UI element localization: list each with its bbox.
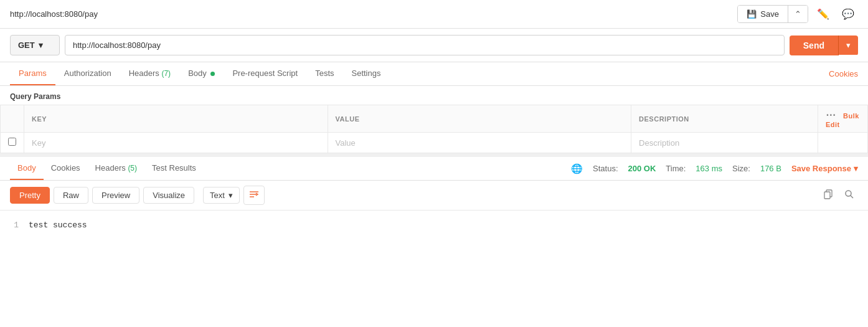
format-select[interactable]: Text ▾ [203, 187, 240, 204]
view-pretty-button[interactable]: Pretty [10, 187, 50, 204]
response-tab-body[interactable]: Body [10, 157, 44, 180]
params-table: KEY VALUE DESCRIPTION ⋯ Bulk Edit Key Va… [0, 105, 868, 153]
th-value: VALUE [328, 105, 631, 133]
top-bar-url: http://localhost:8080/pay [10, 9, 98, 19]
save-response-chevron-icon: ▾ [854, 164, 858, 173]
query-params-header: Query Params [0, 86, 868, 105]
actions-cell [818, 133, 868, 153]
top-bar-actions: 💾 Save ⌃ ✏️ 💬 [737, 5, 858, 23]
response-tab-test-results[interactable]: Test Results [144, 157, 204, 180]
th-checkbox [1, 105, 24, 133]
view-visualize-button[interactable]: Visualize [143, 187, 194, 204]
format-label: Text [210, 191, 225, 200]
status-value: 200 OK [628, 164, 656, 173]
line-numbers: 1 [0, 220, 19, 230]
tab-authorization[interactable]: Authorization [55, 62, 120, 85]
url-input[interactable] [65, 35, 785, 55]
top-bar: http://localhost:8080/pay 💾 Save ⌃ ✏️ 💬 [0, 0, 868, 29]
method-label: GET [18, 40, 35, 50]
save-label: Save [760, 9, 779, 19]
row-checkbox-cell [1, 133, 24, 153]
response-tabs-bar: Body Cookies Headers (5) Test Results 🌐 … [0, 157, 868, 181]
description-placeholder: Description [639, 138, 679, 148]
send-button[interactable]: Send [790, 36, 839, 55]
row-checkbox[interactable] [8, 138, 16, 146]
time-value: 163 ms [696, 164, 722, 173]
params-row-placeholder: Key Value Description [1, 133, 868, 153]
th-description: DESCRIPTION [631, 105, 818, 133]
key-placeholder: Key [32, 138, 45, 148]
size-value: 176 B [760, 164, 781, 173]
headers-badge: (7) [161, 69, 171, 78]
th-key: KEY [24, 105, 328, 133]
tab-pre-request[interactable]: Pre-request Script [224, 62, 306, 85]
save-response-button[interactable]: Save Response ▾ [791, 164, 858, 173]
body-dot-indicator [210, 72, 215, 76]
copy-button[interactable] [819, 187, 837, 204]
format-chevron-icon: ▾ [229, 191, 233, 200]
tab-body[interactable]: Body [179, 62, 224, 85]
th-actions: ⋯ Bulk Edit [818, 105, 868, 133]
response-headers-badge: (5) [128, 164, 137, 173]
method-select[interactable]: GET ▾ [10, 35, 60, 55]
value-placeholder: Value [336, 138, 356, 148]
status-label: Status: [593, 164, 618, 173]
send-dropdown-button[interactable]: ▾ [839, 36, 858, 55]
time-label: Time: [666, 164, 686, 173]
svg-line-6 [851, 196, 853, 198]
size-label: Size: [732, 164, 750, 173]
save-button-group: 💾 Save ⌃ [737, 5, 808, 23]
send-button-group: Send ▾ [790, 36, 858, 55]
save-dropdown-button[interactable]: ⌃ [788, 6, 808, 22]
response-area: Body Cookies Headers (5) Test Results 🌐 … [0, 153, 868, 240]
response-tab-cookies[interactable]: Cookies [44, 157, 88, 180]
svg-rect-4 [824, 192, 830, 199]
request-tabs-bar: Params Authorization Headers (7) Body Pr… [0, 62, 868, 86]
description-cell[interactable]: Description [631, 133, 818, 153]
view-raw-button[interactable]: Raw [54, 187, 88, 204]
code-output: 1 test success [0, 211, 868, 240]
tab-params[interactable]: Params [10, 62, 55, 85]
code-content: test success [29, 220, 87, 230]
line-number-1: 1 [14, 220, 19, 230]
edit-icon-button[interactable]: ✏️ [813, 6, 833, 22]
method-chevron-icon: ▾ [39, 40, 43, 50]
tab-tests[interactable]: Tests [306, 62, 342, 85]
save-response-label: Save Response [791, 164, 851, 173]
save-icon: 💾 [747, 9, 757, 19]
value-cell[interactable]: Value [328, 133, 631, 153]
response-meta: 🌐 Status: 200 OK Time: 163 ms Size: 176 … [571, 163, 858, 174]
globe-icon: 🌐 [571, 163, 583, 174]
key-cell[interactable]: Key [24, 133, 328, 153]
body-toolbar: Pretty Raw Preview Visualize Text ▾ [0, 181, 868, 211]
tab-headers[interactable]: Headers (7) [120, 62, 179, 85]
view-preview-button[interactable]: Preview [92, 187, 139, 204]
url-bar: GET ▾ Send ▾ [0, 29, 868, 62]
comment-icon-button[interactable]: 💬 [838, 6, 858, 22]
tab-settings[interactable]: Settings [343, 62, 390, 85]
params-table-header-row: KEY VALUE DESCRIPTION ⋯ Bulk Edit [1, 105, 868, 133]
cookies-link[interactable]: Cookies [829, 69, 858, 78]
more-options-icon[interactable]: ⋯ [826, 110, 836, 120]
wrap-button[interactable] [243, 186, 265, 205]
response-tab-headers[interactable]: Headers (5) [88, 157, 144, 180]
search-button[interactable] [841, 187, 858, 204]
svg-point-5 [846, 191, 851, 196]
save-button[interactable]: 💾 Save [738, 6, 788, 22]
